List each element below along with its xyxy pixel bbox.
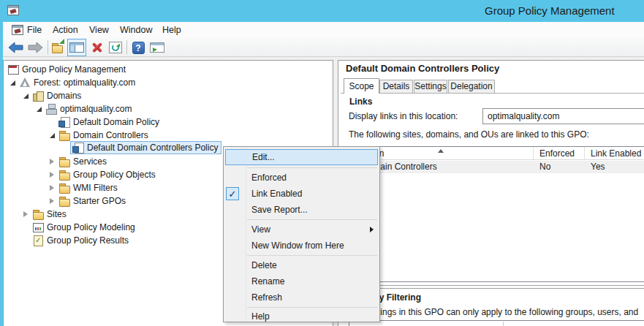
up-one-level-button[interactable] xyxy=(50,39,67,56)
menu-item-enforced[interactable]: Enforced xyxy=(225,170,378,186)
linked-locations-table: Location Enforced Link Enabled Domain Co… xyxy=(346,146,644,282)
folder-icon xyxy=(32,208,44,220)
tree-item-group-policy-results[interactable]: Group Policy Results xyxy=(32,234,129,247)
location-combobox[interactable]: optimalquality.com xyxy=(482,108,644,124)
menu-separator xyxy=(247,255,377,256)
tree-item-domain-controllers[interactable]: Domain Controllers xyxy=(47,129,148,142)
up-one-level-icon xyxy=(51,42,63,53)
menu-help[interactable]: Help xyxy=(159,24,184,37)
folder-icon xyxy=(58,156,70,167)
help-button[interactable] xyxy=(129,39,147,56)
cell-link-enabled: Yes xyxy=(591,162,605,172)
folder-icon xyxy=(58,129,70,141)
cell-enforced: No xyxy=(539,162,550,172)
column-divider xyxy=(503,322,504,326)
sort-ascending-icon xyxy=(438,149,444,153)
window-title: Group Policy Management xyxy=(485,4,615,17)
tab-page-border xyxy=(341,93,644,94)
refresh-button[interactable] xyxy=(107,39,124,56)
menu-window[interactable]: Window xyxy=(117,24,155,37)
menu-item-view[interactable]: View xyxy=(225,221,378,238)
section-splitter[interactable] xyxy=(341,285,644,289)
linked-gpo-caption: The following sites, domains, and OUs ar… xyxy=(349,129,589,140)
submenu-arrow-icon xyxy=(370,227,374,232)
tree-item-sites[interactable]: Sites xyxy=(20,208,67,221)
gpo-pane-title: Default Domain Controllers Policy xyxy=(346,63,499,74)
menu-file[interactable]: File xyxy=(24,24,45,37)
menu-item-new-window-from-here[interactable]: New Window from Here xyxy=(225,238,378,254)
delete-button[interactable] xyxy=(88,39,106,56)
domain-icon xyxy=(45,103,57,115)
menu-item-rename[interactable]: Rename xyxy=(225,273,378,289)
toolbar-separator xyxy=(48,40,48,54)
tree-item-group-policy-management[interactable]: Group Policy Management xyxy=(7,63,126,76)
forest-icon xyxy=(19,77,31,88)
expander-collapsed-icon[interactable] xyxy=(47,196,57,206)
expander-collapsed-icon[interactable] xyxy=(47,156,57,167)
menu-separator xyxy=(247,307,377,308)
menu-separator xyxy=(247,167,377,168)
column-link-enabled[interactable]: Link Enabled xyxy=(591,148,641,159)
expander-expanded-icon[interactable] xyxy=(7,77,18,88)
expander-collapsed-icon[interactable] xyxy=(47,170,57,180)
column-divider[interactable] xyxy=(584,147,585,160)
links-heading: Links xyxy=(349,96,372,107)
tab-details[interactable]: Details xyxy=(379,80,413,93)
menu-view[interactable]: View xyxy=(86,24,112,37)
menubar: File Action View Window Help xyxy=(3,22,644,38)
menu-item-help[interactable]: Help xyxy=(225,308,378,325)
tab-scope[interactable]: Scope xyxy=(344,78,379,94)
toolbar-separator xyxy=(126,40,127,54)
export-list-button[interactable] xyxy=(148,39,166,56)
mmc-console-icon-small[interactable] xyxy=(12,25,23,35)
menu-item-link-enabled[interactable]: Link Enabled xyxy=(225,186,378,202)
expander-collapsed-icon[interactable] xyxy=(47,183,57,193)
table-header[interactable]: Location Enforced Link Enabled xyxy=(347,147,644,160)
tab-delegation[interactable]: Delegation xyxy=(448,80,495,93)
context-menu: Edit... Enforced Link Enabled Save Repor… xyxy=(223,146,380,322)
menu-item-delete[interactable]: Delete xyxy=(225,257,378,273)
modeling-icon xyxy=(32,221,44,233)
checkmark-icon xyxy=(226,187,239,200)
help-icon xyxy=(132,42,145,54)
forward-button[interactable] xyxy=(26,39,44,56)
expander-expanded-icon[interactable] xyxy=(34,104,44,114)
menu-item-edit[interactable]: Edit... xyxy=(225,149,378,165)
tree-item-domains[interactable]: Domains xyxy=(20,89,81,102)
security-filtering-list xyxy=(349,320,644,326)
column-enforced[interactable]: Enforced xyxy=(539,148,575,159)
console-tree-icon xyxy=(69,42,84,53)
back-icon xyxy=(8,42,24,53)
tree-item-forest[interactable]: Forest: optimalquality.com xyxy=(7,76,135,89)
delete-icon xyxy=(91,41,104,54)
tree-item-starter-gpos[interactable]: Starter GPOs xyxy=(47,194,126,208)
tree-item-services[interactable]: Services xyxy=(47,155,107,168)
menu-item-save-report[interactable]: Save Report... xyxy=(225,202,378,218)
tree-item-wmi-filters[interactable]: WMI Filters xyxy=(47,181,118,194)
tree-item-default-domain-policy[interactable]: Default Domain Policy xyxy=(58,115,159,129)
folder-icon xyxy=(58,169,70,181)
results-icon xyxy=(32,235,44,246)
table-row[interactable]: Domain Controllers No Yes xyxy=(347,161,644,173)
expander-expanded-icon[interactable] xyxy=(20,91,31,101)
tree-item-group-policy-modeling[interactable]: Group Policy Modeling xyxy=(32,221,135,234)
tab-settings[interactable]: Settings xyxy=(414,80,447,93)
export-list-icon xyxy=(150,42,164,53)
tree-item-default-domain-controllers-policy[interactable]: Default Domain Controllers Policy xyxy=(70,141,221,154)
menu-item-refresh[interactable]: Refresh xyxy=(225,289,378,306)
folder-icon xyxy=(58,182,70,194)
tree-item-group-policy-objects[interactable]: Group Policy Objects xyxy=(47,168,156,181)
gpo-icon xyxy=(58,116,70,128)
expander-expanded-icon[interactable] xyxy=(47,130,57,140)
back-button[interactable] xyxy=(7,39,25,56)
tree-item-domain-optimalquality[interactable]: optimalquality.com xyxy=(34,102,132,115)
titlebar: Group Policy Management xyxy=(0,0,644,22)
menu-action[interactable]: Action xyxy=(50,24,81,37)
show-console-tree-button[interactable] xyxy=(67,39,86,56)
forward-icon xyxy=(27,42,43,53)
menu-separator xyxy=(247,219,377,220)
column-divider[interactable] xyxy=(533,147,534,160)
gpo-icon xyxy=(72,142,84,153)
domains-icon xyxy=(32,90,44,102)
expander-collapsed-icon[interactable] xyxy=(20,209,31,219)
